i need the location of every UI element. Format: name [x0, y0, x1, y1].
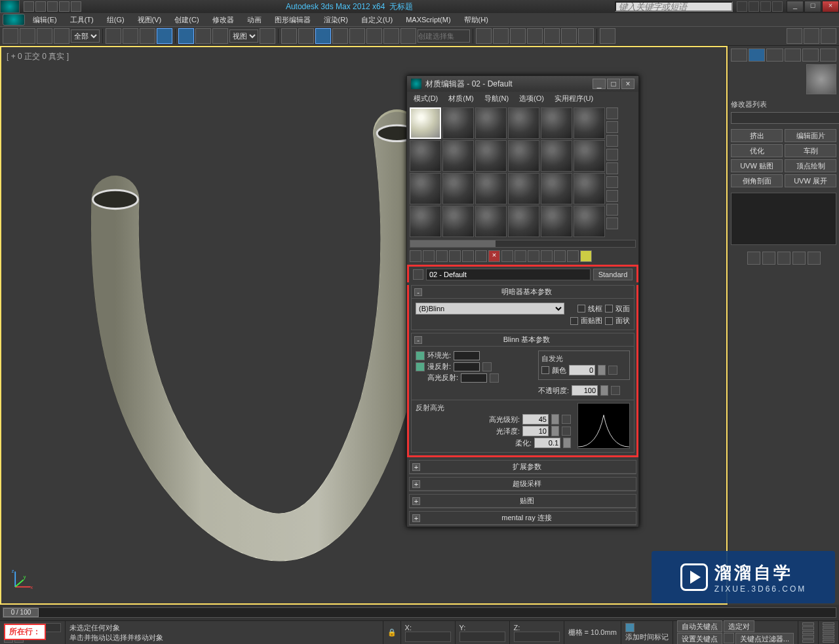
ambient-lock-icon[interactable]	[416, 351, 425, 360]
menu-animation[interactable]: 动画	[242, 14, 267, 26]
glossiness-spinner[interactable]	[522, 426, 549, 436]
diffuse-map-button[interactable]	[482, 362, 492, 371]
material-name-input[interactable]	[426, 269, 591, 280]
sample-scrollbar[interactable]	[410, 240, 636, 248]
menu-help[interactable]: 帮助(H)	[459, 14, 494, 26]
curve-editor-button[interactable]	[510, 28, 526, 44]
z-coord-input[interactable]	[514, 632, 560, 642]
help-icon[interactable]	[772, 1, 783, 12]
material-slot[interactable]	[508, 107, 539, 139]
rollout-toggle[interactable]: +	[412, 497, 420, 505]
teapot3-icon[interactable]	[821, 28, 836, 44]
material-slot[interactable]	[442, 140, 474, 172]
material-type-button[interactable]: Standard	[593, 269, 633, 280]
gloss-map-button[interactable]	[562, 426, 571, 436]
render-button[interactable]	[600, 28, 615, 44]
qat-save-icon[interactable]	[47, 1, 58, 12]
prev-frame-icon[interactable]	[802, 626, 814, 630]
me-minimize-button[interactable]: _	[593, 79, 606, 89]
shader-type-select[interactable]: (B)Blinn	[416, 303, 564, 314]
spinner-buttons[interactable]	[551, 414, 559, 425]
wire-checkbox[interactable]	[577, 305, 585, 313]
me-menu-utilities[interactable]: 实用程序(U)	[551, 92, 597, 105]
material-slot[interactable]	[508, 206, 539, 237]
render-setup-button[interactable]	[561, 28, 577, 44]
opacity-spinner[interactable]	[572, 385, 598, 396]
snap-toggle-button[interactable]	[315, 28, 331, 44]
spinner-buttons[interactable]	[598, 365, 606, 375]
get-material-icon[interactable]	[410, 250, 421, 262]
me-menu-options[interactable]: 选项(O)	[515, 92, 548, 105]
material-slot[interactable]	[410, 173, 441, 204]
ambient-swatch[interactable]	[454, 351, 480, 360]
selection-filter[interactable]: 全部	[71, 29, 100, 43]
app-icon[interactable]	[0, 0, 20, 13]
vp-orbit-icon[interactable]	[823, 637, 834, 640]
me-close-button[interactable]: ×	[621, 79, 634, 89]
pivot-button[interactable]	[260, 28, 275, 44]
material-slot[interactable]	[541, 206, 572, 237]
vp-zoom-ext-icon[interactable]	[823, 634, 834, 637]
material-slot[interactable]	[574, 140, 605, 172]
pick-from-obj-icon[interactable]	[580, 250, 592, 262]
eyedropper-icon[interactable]	[413, 269, 423, 280]
backlight-icon[interactable]	[606, 121, 618, 133]
maximize-button[interactable]: □	[804, 1, 821, 12]
video-check-icon[interactable]	[606, 162, 618, 174]
tab-utilities-icon[interactable]	[820, 48, 836, 62]
rollout-toggle[interactable]: +	[412, 480, 420, 488]
material-slot[interactable]	[410, 206, 441, 237]
me-menu-material[interactable]: 材质(M)	[444, 92, 478, 105]
rollout-toggle[interactable]: +	[412, 514, 420, 522]
manip-button[interactable]	[281, 28, 297, 44]
faceted-checkbox[interactable]	[605, 317, 613, 325]
tab-display-icon[interactable]	[802, 48, 819, 62]
vp-maximize-icon[interactable]	[823, 640, 834, 643]
selset-button[interactable]: 选定对	[724, 620, 754, 632]
material-slot-1[interactable]	[410, 107, 441, 139]
y-coord-input[interactable]	[459, 632, 505, 642]
window-crossing-button[interactable]	[157, 28, 172, 44]
rollout-toggle[interactable]: -	[414, 336, 422, 344]
material-slot[interactable]	[541, 140, 572, 172]
mat-map-nav-icon[interactable]	[606, 218, 618, 229]
mod-btn-optimize[interactable]: 优化	[731, 144, 783, 157]
material-slot[interactable]	[541, 173, 572, 204]
material-editor-titlebar[interactable]: 材质编辑器 - 02 - Default _ □ ×	[407, 76, 638, 92]
qat-open-icon[interactable]	[35, 1, 46, 12]
material-slot[interactable]	[410, 140, 441, 172]
menu-views[interactable]: 视图(V)	[132, 14, 167, 26]
rollout-toggle[interactable]: +	[412, 463, 420, 471]
close-button[interactable]: ×	[822, 1, 839, 12]
mat-id-icon[interactable]	[501, 250, 513, 262]
material-slot[interactable]	[574, 206, 605, 237]
facemap-checkbox[interactable]	[570, 317, 578, 325]
make-preview-icon[interactable]	[606, 176, 618, 188]
named-selection-input[interactable]	[418, 29, 470, 43]
menu-group[interactable]: 组(G)	[102, 14, 130, 26]
selfillum-color-checkbox[interactable]	[541, 366, 549, 374]
select-button[interactable]	[106, 28, 121, 44]
assign-to-sel-icon[interactable]	[436, 250, 448, 262]
layers-button[interactable]	[493, 28, 509, 44]
tab-modify-icon[interactable]	[749, 48, 765, 62]
setkey-button[interactable]: 设置关键点	[677, 633, 722, 644]
configure-sets-icon[interactable]	[808, 252, 821, 265]
spinner-buttons[interactable]	[600, 385, 608, 396]
mirror-button[interactable]	[400, 28, 416, 44]
redo-button[interactable]	[20, 28, 35, 44]
spinner-buttons[interactable]	[551, 426, 559, 436]
specular-map-button[interactable]	[490, 373, 499, 383]
menu-edit[interactable]: 编辑(E)	[28, 14, 62, 26]
twosided-checkbox[interactable]	[605, 305, 613, 313]
x-coord-input[interactable]	[405, 632, 451, 642]
tab-motion-icon[interactable]	[785, 48, 801, 62]
selfillum-spinner[interactable]	[569, 365, 595, 375]
make-unique-icon[interactable]	[777, 252, 790, 265]
show-end-icon[interactable]	[762, 252, 775, 265]
make-copy-icon[interactable]	[462, 250, 474, 262]
mod-btn-lathe[interactable]: 车削	[785, 144, 836, 157]
menu-grapheditors[interactable]: 图形编辑器	[269, 14, 316, 26]
background-icon[interactable]	[606, 135, 618, 147]
material-slot[interactable]	[508, 140, 539, 172]
